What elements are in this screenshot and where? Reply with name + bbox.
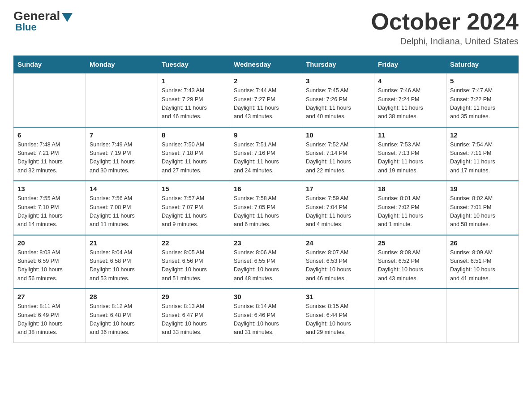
calendar-day-cell: 21Sunrise: 8:04 AMSunset: 6:58 PMDayligh… [86, 235, 158, 289]
day-info: Sunrise: 7:51 AMSunset: 7:16 PMDaylight:… [234, 141, 298, 176]
calendar-table: SundayMondayTuesdayWednesdayThursdayFrid… [13, 56, 519, 343]
calendar-day-cell: 20Sunrise: 8:03 AMSunset: 6:59 PMDayligh… [14, 235, 86, 289]
day-number: 21 [90, 239, 154, 247]
day-info: Sunrise: 8:04 AMSunset: 6:58 PMDaylight:… [90, 248, 154, 283]
day-number: 30 [234, 293, 298, 300]
day-info: Sunrise: 8:02 AMSunset: 7:01 PMDaylight:… [450, 194, 515, 229]
day-number: 7 [90, 131, 154, 139]
logo-blue-text: Blue [15, 21, 37, 33]
day-info: Sunrise: 7:49 AMSunset: 7:19 PMDaylight:… [90, 141, 154, 176]
day-number: 28 [90, 293, 154, 300]
day-info: Sunrise: 7:55 AMSunset: 7:10 PMDaylight:… [17, 194, 82, 229]
day-number: 13 [17, 185, 82, 193]
day-number: 2 [234, 77, 298, 85]
day-info: Sunrise: 7:46 AMSunset: 7:24 PMDaylight:… [378, 86, 442, 121]
calendar-day-cell [446, 289, 519, 342]
calendar-day-cell: 5Sunrise: 7:47 AMSunset: 7:22 PMDaylight… [446, 73, 519, 127]
page-header: General Blue October 2024 Delphi, Indian… [13, 9, 519, 47]
calendar-day-cell: 24Sunrise: 8:07 AMSunset: 6:53 PMDayligh… [302, 235, 374, 289]
day-info: Sunrise: 7:59 AMSunset: 7:04 PMDaylight:… [306, 194, 370, 229]
day-number: 31 [306, 293, 370, 300]
day-number: 10 [306, 131, 370, 139]
day-info: Sunrise: 7:53 AMSunset: 7:13 PMDaylight:… [378, 141, 442, 176]
day-number: 20 [17, 239, 82, 247]
calendar-day-cell [86, 73, 158, 127]
day-number: 24 [306, 239, 370, 247]
calendar-header: SundayMondayTuesdayWednesdayThursdayFrid… [14, 56, 519, 73]
calendar-week-row: 1Sunrise: 7:43 AMSunset: 7:29 PMDaylight… [14, 73, 519, 127]
day-number: 6 [17, 131, 82, 139]
day-number: 23 [234, 239, 298, 247]
location-text: Delphi, Indiana, United States [371, 36, 519, 47]
calendar-day-cell: 8Sunrise: 7:50 AMSunset: 7:18 PMDaylight… [158, 127, 230, 181]
calendar-day-cell: 3Sunrise: 7:45 AMSunset: 7:26 PMDaylight… [302, 73, 374, 127]
month-title: October 2024 [371, 9, 519, 34]
day-number: 1 [162, 77, 226, 85]
calendar-day-cell: 12Sunrise: 7:54 AMSunset: 7:11 PMDayligh… [446, 127, 519, 181]
calendar-day-cell: 29Sunrise: 8:13 AMSunset: 6:47 PMDayligh… [158, 289, 230, 342]
day-number: 19 [450, 185, 515, 193]
day-of-week-header: Sunday [14, 56, 86, 73]
day-info: Sunrise: 8:07 AMSunset: 6:53 PMDaylight:… [306, 248, 370, 283]
calendar-day-cell: 27Sunrise: 8:11 AMSunset: 6:49 PMDayligh… [14, 289, 86, 342]
day-of-week-header: Monday [86, 56, 158, 73]
day-number: 11 [378, 131, 442, 139]
day-number: 16 [234, 185, 298, 193]
day-of-week-header: Thursday [302, 56, 374, 73]
day-info: Sunrise: 7:44 AMSunset: 7:27 PMDaylight:… [234, 86, 298, 121]
day-info: Sunrise: 7:57 AMSunset: 7:07 PMDaylight:… [162, 194, 226, 229]
calendar-day-cell: 2Sunrise: 7:44 AMSunset: 7:27 PMDaylight… [230, 73, 302, 127]
calendar-week-row: 13Sunrise: 7:55 AMSunset: 7:10 PMDayligh… [14, 181, 519, 235]
calendar-body: 1Sunrise: 7:43 AMSunset: 7:29 PMDaylight… [14, 73, 519, 342]
logo-arrow-icon [62, 13, 73, 22]
day-info: Sunrise: 8:03 AMSunset: 6:59 PMDaylight:… [17, 248, 82, 283]
calendar-day-cell: 4Sunrise: 7:46 AMSunset: 7:24 PMDaylight… [374, 73, 446, 127]
day-number: 15 [162, 185, 226, 193]
day-number: 27 [17, 293, 82, 300]
calendar-day-cell: 11Sunrise: 7:53 AMSunset: 7:13 PMDayligh… [374, 127, 446, 181]
days-of-week-row: SundayMondayTuesdayWednesdayThursdayFrid… [14, 56, 519, 73]
calendar-day-cell: 18Sunrise: 8:01 AMSunset: 7:02 PMDayligh… [374, 181, 446, 235]
calendar-day-cell: 1Sunrise: 7:43 AMSunset: 7:29 PMDaylight… [158, 73, 230, 127]
day-number: 12 [450, 131, 515, 139]
calendar-week-row: 27Sunrise: 8:11 AMSunset: 6:49 PMDayligh… [14, 289, 519, 342]
calendar-day-cell: 10Sunrise: 7:52 AMSunset: 7:14 PMDayligh… [302, 127, 374, 181]
calendar-week-row: 20Sunrise: 8:03 AMSunset: 6:59 PMDayligh… [14, 235, 519, 289]
day-info: Sunrise: 8:08 AMSunset: 6:52 PMDaylight:… [378, 248, 442, 283]
calendar-day-cell [14, 73, 86, 127]
logo: General Blue [13, 9, 73, 33]
day-info: Sunrise: 7:47 AMSunset: 7:22 PMDaylight:… [450, 86, 515, 121]
day-number: 8 [162, 131, 226, 139]
day-info: Sunrise: 7:50 AMSunset: 7:18 PMDaylight:… [162, 141, 226, 176]
day-info: Sunrise: 7:43 AMSunset: 7:29 PMDaylight:… [162, 86, 226, 121]
day-info: Sunrise: 8:09 AMSunset: 6:51 PMDaylight:… [450, 248, 515, 283]
day-of-week-header: Wednesday [230, 56, 302, 73]
day-info: Sunrise: 7:54 AMSunset: 7:11 PMDaylight:… [450, 141, 515, 176]
day-info: Sunrise: 8:14 AMSunset: 6:46 PMDaylight:… [234, 302, 298, 337]
calendar-day-cell: 13Sunrise: 7:55 AMSunset: 7:10 PMDayligh… [14, 181, 86, 235]
day-of-week-header: Friday [374, 56, 446, 73]
calendar-day-cell: 16Sunrise: 7:58 AMSunset: 7:05 PMDayligh… [230, 181, 302, 235]
calendar-day-cell: 9Sunrise: 7:51 AMSunset: 7:16 PMDaylight… [230, 127, 302, 181]
calendar-day-cell: 26Sunrise: 8:09 AMSunset: 6:51 PMDayligh… [446, 235, 519, 289]
calendar-day-cell: 19Sunrise: 8:02 AMSunset: 7:01 PMDayligh… [446, 181, 519, 235]
day-number: 17 [306, 185, 370, 193]
day-info: Sunrise: 8:06 AMSunset: 6:55 PMDaylight:… [234, 248, 298, 283]
day-info: Sunrise: 7:58 AMSunset: 7:05 PMDaylight:… [234, 194, 298, 229]
calendar-day-cell: 7Sunrise: 7:49 AMSunset: 7:19 PMDaylight… [86, 127, 158, 181]
calendar-day-cell: 23Sunrise: 8:06 AMSunset: 6:55 PMDayligh… [230, 235, 302, 289]
calendar-week-row: 6Sunrise: 7:48 AMSunset: 7:21 PMDaylight… [14, 127, 519, 181]
day-number: 18 [378, 185, 442, 193]
calendar-day-cell: 17Sunrise: 7:59 AMSunset: 7:04 PMDayligh… [302, 181, 374, 235]
day-number: 5 [450, 77, 515, 85]
day-number: 22 [162, 239, 226, 247]
day-info: Sunrise: 8:12 AMSunset: 6:48 PMDaylight:… [90, 302, 154, 337]
day-number: 26 [450, 239, 515, 247]
calendar-day-cell: 31Sunrise: 8:15 AMSunset: 6:44 PMDayligh… [302, 289, 374, 342]
day-number: 4 [378, 77, 442, 85]
day-info: Sunrise: 8:11 AMSunset: 6:49 PMDaylight:… [17, 302, 82, 337]
day-number: 3 [306, 77, 370, 85]
day-of-week-header: Saturday [446, 56, 519, 73]
calendar-day-cell: 22Sunrise: 8:05 AMSunset: 6:56 PMDayligh… [158, 235, 230, 289]
day-of-week-header: Tuesday [158, 56, 230, 73]
